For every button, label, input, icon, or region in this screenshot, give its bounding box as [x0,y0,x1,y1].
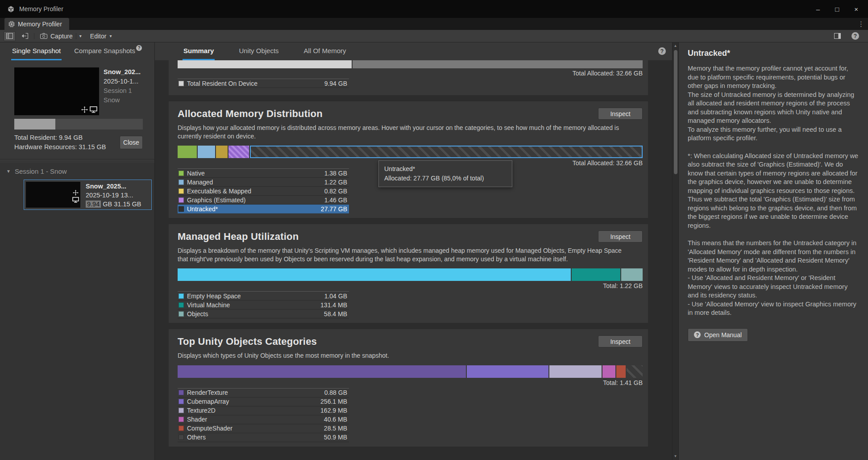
legend-row-executables-mapped[interactable]: Executables & Mapped0.82 GB [178,187,349,196]
legend-row-rendertexture[interactable]: RenderTexture0.88 GB [178,389,349,397]
legend-label: Total Resident On Device [187,80,324,87]
legend-row-texture2d[interactable]: Texture2D162.9 MB [178,406,349,415]
tab-memory-profiler[interactable]: Memory Profiler [4,18,69,30]
legend-value: 1.38 GB [324,170,347,177]
details-panel-toggle-button[interactable] [831,31,843,41]
tab-all-of-memory[interactable]: All Of Memory [303,42,347,60]
move-tool-icon [73,190,79,196]
bar-segment-texture2d[interactable] [549,365,602,378]
bar-segment-rendertexture[interactable] [178,365,466,378]
legend-value: 40.6 MB [324,416,347,423]
inspect-button[interactable]: Inspect [598,108,643,120]
snapshot-date: 2025-10-1... [104,77,141,86]
snapshot-platform: Snow [104,96,141,105]
bar-segment-native[interactable] [178,146,197,158]
close-icon[interactable]: × [854,5,858,13]
scroll-down-icon[interactable]: ▼ [674,454,677,459]
tab-compare-snapshots[interactable]: Compare Snapshots ? [73,42,143,60]
tooltip: Untracked* Allocated: 27.77 GB (85,0% of… [378,160,512,187]
import-snapshot-button[interactable] [19,31,31,41]
maximize-icon[interactable]: □ [835,5,839,13]
bar-segment-executables-mapped[interactable] [216,146,228,158]
section-title: Top Unity Objects Categories [178,336,317,347]
section-title: Managed Heap Utilization [178,231,299,243]
vertical-scrollbar[interactable]: ▲ ▼ [672,42,678,460]
snapshot-thumbnail [26,182,80,208]
legend-label: Managed [187,179,324,186]
scrollbar-thumb[interactable] [674,50,677,174]
bar-segment-graphics-estimated[interactable] [228,146,249,158]
legend-row-cubemaparray[interactable]: CubemapArray256.1 MB [178,397,349,406]
bar-segment-computeshader[interactable] [616,365,626,378]
bar-segment-untracked[interactable] [250,146,643,158]
bar-segment-resident[interactable] [178,60,352,68]
scroll-up-icon[interactable]: ▲ [674,44,677,48]
bar-segment-virtual-machine[interactable] [572,268,620,281]
managed-heap-bar [178,268,643,281]
legend-row-others[interactable]: Others50.9 MB [178,433,349,442]
legend-row-objects[interactable]: Objects58.4 MB [178,309,349,318]
inspect-button[interactable]: Inspect [598,230,643,243]
tab-summary[interactable]: Summary [183,42,215,60]
close-button[interactable]: Close [120,136,143,149]
session-group-header[interactable]: ▼ Session 1 - Snow [0,167,154,175]
open-manual-button[interactable]: ? Open Manual [688,328,748,342]
tab-unity-objects[interactable]: Unity Objects [238,42,279,60]
legend-value: 0.82 GB [324,188,347,195]
toolbar: Capture ▾ Editor ▾ ? [0,30,868,42]
legend-label: ComputeShader [187,425,324,432]
snapshots-panel-toggle-button[interactable] [4,31,16,41]
resident-unit: GB [103,201,112,208]
minimize-icon[interactable]: – [816,5,820,13]
bar-segment-cubemaparray[interactable] [467,365,548,378]
legend-value: 28.5 MB [324,425,347,432]
legend-row-graphics-estimated[interactable]: Graphics (Estimated)1.46 GB [178,196,349,205]
snapshot-sizes: 9.94 GB 31.15 GB [86,200,141,209]
section-description: Displays which types of Unity Objects us… [178,351,631,360]
tooltip-title: Untracked* [384,164,507,174]
bar-segment-managed[interactable] [198,146,215,158]
editor-target-dropdown[interactable]: Editor ▾ [87,31,115,41]
bar-segment-shader[interactable] [602,365,615,378]
window-title: Memory Profiler [19,5,63,13]
unity-logo-icon [7,5,15,13]
legend-value: 50.9 MB [324,434,347,441]
legend-value: 1.46 GB [324,197,347,204]
legend-row-untracked[interactable]: Untracked*27.77 GB [178,205,349,213]
allocated-memory-distribution-section: Allocated Memory Distribution Inspect Di… [169,101,648,218]
snapshot-list-item[interactable]: Snow_2025... 2025-10-19 13... 9.94 GB 31… [24,180,152,210]
toolbar-separator [34,33,34,39]
tab-single-snapshot[interactable]: Single Snapshot [11,42,62,60]
legend-row-computeshader[interactable]: ComputeShader28.5 MB [178,424,349,433]
total-resident-label: Total Resident: 9.94 GB [14,133,106,142]
bar-segment-other[interactable] [353,60,643,68]
bar-segment-others[interactable] [627,365,643,378]
top-objects-bar [178,365,643,378]
inspect-button[interactable]: Inspect [598,335,643,347]
legend-row-empty-heap-space[interactable]: Empty Heap Space1.04 GB [178,292,349,301]
top-objects-legend: RenderTexture0.88 GBCubemapArray256.1 MB… [178,388,349,442]
legend-row-managed[interactable]: Managed1.22 GB [178,178,349,187]
legend-row-shader[interactable]: Shader40.6 MB [178,415,349,424]
legend-swatch [179,417,184,422]
legend-row-total-resident-on-device[interactable]: Total Resident On Device9.94 GB [178,79,349,88]
resident-memory-bar [14,119,143,130]
snapshot-thumbnail[interactable] [14,67,99,115]
chevron-down-icon[interactable]: ▾ [79,33,82,38]
legend-swatch [179,435,184,440]
help-button[interactable]: ? [849,31,862,41]
legend-row-native[interactable]: Native1.38 GB [178,169,349,178]
bar-segment-objects[interactable] [621,268,643,281]
details-paragraph: Memory that the memory profiler cannot y… [688,64,859,143]
more-icon[interactable]: ⋮ [858,20,868,28]
capture-button[interactable]: Capture ▾ [37,31,84,41]
chevron-down-icon: ▾ [109,33,112,38]
legend-value: 162.9 MB [320,407,347,414]
foldout-icon[interactable]: ▼ [6,169,11,174]
help-badge-icon: ? [136,45,142,51]
help-icon[interactable]: ? [658,47,666,55]
monitor-icon [90,106,97,113]
allocated-legend: Native1.38 GBManaged1.22 GBExecutables &… [178,168,349,213]
legend-row-virtual-machine[interactable]: Virtual Machine131.4 MB [178,301,349,309]
bar-segment-empty-heap-space[interactable] [178,268,571,281]
